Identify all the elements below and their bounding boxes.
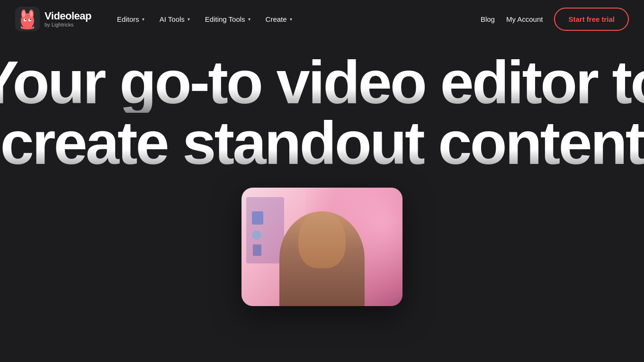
shelf-background [246, 197, 284, 263]
nav-label-editing-tools: Editing Tools [205, 15, 245, 23]
navbar-right: Blog My Account Start free trial [481, 8, 629, 31]
chevron-down-icon-ai-tools: ▾ [188, 17, 190, 22]
nav-label-ai-tools: AI Tools [160, 15, 185, 23]
my-account-link[interactable]: My Account [506, 15, 543, 23]
hero-line-2: create standout content [0, 113, 644, 173]
person-head [298, 211, 346, 268]
blog-link[interactable]: Blog [481, 15, 495, 23]
nav-item-editors[interactable]: Editors ▾ [110, 11, 151, 27]
hero-line-1: Your go-to video editor to [0, 52, 644, 113]
navbar-left: Videoleap by Lightricks Editors ▾ AI Too… [15, 7, 299, 31]
svg-point-9 [30, 19, 31, 20]
shelf-item-1 [252, 211, 263, 225]
chevron-down-icon-editing-tools: ▾ [248, 17, 250, 22]
logo-text-wrapper: Videoleap by Lightricks [45, 11, 91, 27]
nav-label-editors: Editors [117, 15, 139, 23]
svg-point-5 [30, 11, 33, 18]
logo-title: Videoleap [45, 11, 91, 21]
nav-item-create[interactable]: Create ▾ [259, 11, 299, 27]
nav-item-editing-tools[interactable]: Editing Tools ▾ [198, 11, 257, 27]
nav-label-create: Create [266, 15, 287, 23]
chevron-down-icon-editors: ▾ [142, 17, 144, 22]
chevron-down-icon-create: ▾ [290, 17, 292, 22]
hero-headline: Your go-to video editor to create stando… [0, 52, 644, 173]
nav-item-ai-tools[interactable]: AI Tools ▾ [153, 11, 197, 27]
shelf-item-2 [252, 230, 261, 240]
hero-section: Your go-to video editor to create stando… [0, 38, 644, 306]
navbar: Videoleap by Lightricks Editors ▾ AI Too… [0, 0, 644, 38]
logo-subtitle: by Lightricks [45, 22, 91, 27]
logo-link[interactable]: Videoleap by Lightricks [15, 7, 91, 31]
svg-point-4 [22, 11, 25, 18]
start-trial-button[interactable]: Start free trial [554, 8, 629, 31]
shelf-item-3 [253, 244, 261, 256]
svg-point-8 [25, 19, 27, 20]
hero-preview-image [242, 188, 402, 306]
main-nav: Editors ▾ AI Tools ▾ Editing Tools ▾ Cre… [110, 11, 299, 27]
person-shape [279, 211, 365, 306]
logo-icon [15, 7, 40, 31]
preview-inner [242, 188, 402, 306]
